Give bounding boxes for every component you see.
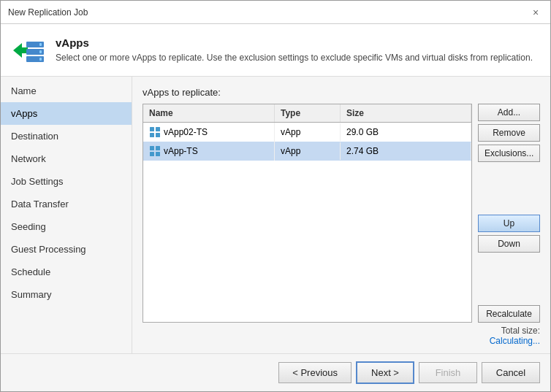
sidebar-item-seeding[interactable]: Seeding <box>1 215 132 238</box>
next-button[interactable]: Next > <box>356 361 414 384</box>
header-title: vApps <box>56 36 533 49</box>
vapp-icon-0 <box>149 126 161 138</box>
button-spacer <box>478 165 540 212</box>
sidebar-item-guest-processing[interactable]: Guest Processing <box>1 238 132 261</box>
col-header-size: Size <box>341 104 471 122</box>
down-button[interactable]: Down <box>478 235 540 253</box>
row1-name: vApp-TS <box>143 142 275 161</box>
svg-rect-8 <box>156 127 160 131</box>
sidebar: Name vApps Destination Network Job Setti… <box>1 77 132 353</box>
row0-type: vApp <box>275 123 341 141</box>
header-subtitle: Select one or more vApps to replicate. U… <box>56 52 533 64</box>
sidebar-item-schedule[interactable]: Schedule <box>1 261 132 283</box>
col-header-name: Name <box>143 104 275 122</box>
up-button[interactable]: Up <box>478 215 540 232</box>
header-text: vApps Select one or more vApps to replic… <box>56 36 533 64</box>
svg-rect-11 <box>150 146 154 150</box>
row1-type: vApp <box>275 142 341 160</box>
footer: < Previous Next > Finish Cancel <box>1 353 550 391</box>
svg-rect-14 <box>156 152 160 156</box>
exclusions-button[interactable]: Exclusions... <box>478 145 540 162</box>
svg-rect-12 <box>156 146 160 150</box>
svg-rect-10 <box>156 133 160 137</box>
button-spacer-2 <box>478 255 540 302</box>
table-row[interactable]: vApp-TS vApp 2.74 GB <box>143 142 471 161</box>
remove-button[interactable]: Remove <box>478 124 540 142</box>
sidebar-item-summary[interactable]: Summary <box>1 283 132 306</box>
total-size-value: Calculating... <box>490 336 540 346</box>
svg-marker-0 <box>13 43 28 58</box>
col-header-type: Type <box>275 104 341 122</box>
dialog: New Replication Job × vApps Select one o… <box>0 0 551 392</box>
svg-rect-9 <box>150 133 154 137</box>
title-bar: New Replication Job × <box>1 1 550 24</box>
main-panel: vApps to replicate: Name Type Size <box>132 77 550 353</box>
total-size-area: Total size: Calculating... <box>142 323 540 346</box>
svg-rect-5 <box>39 50 42 53</box>
svg-rect-13 <box>150 152 154 156</box>
sidebar-item-network[interactable]: Network <box>1 147 132 170</box>
svg-rect-4 <box>39 43 42 46</box>
cancel-button[interactable]: Cancel <box>482 362 540 383</box>
svg-rect-6 <box>39 58 42 61</box>
previous-button[interactable]: < Previous <box>278 362 352 383</box>
svg-rect-7 <box>150 127 154 131</box>
vapps-icon <box>12 33 47 68</box>
row1-size: 2.74 GB <box>341 142 471 160</box>
content-area: Name vApps Destination Network Job Setti… <box>1 77 550 353</box>
vapps-table: Name Type Size <box>142 104 472 323</box>
sidebar-item-name[interactable]: Name <box>1 80 132 102</box>
table-row[interactable]: vApp02-TS vApp 29.0 GB <box>143 123 471 142</box>
close-button[interactable]: × <box>528 5 543 20</box>
sidebar-item-data-transfer[interactable]: Data Transfer <box>1 193 132 215</box>
row0-size: 29.0 GB <box>341 123 471 141</box>
table-body: vApp02-TS vApp 29.0 GB <box>143 123 471 322</box>
panel-title: vApps to replicate: <box>142 87 540 98</box>
sidebar-item-job-settings[interactable]: Job Settings <box>1 170 132 193</box>
dialog-title: New Replication Job <box>8 7 88 18</box>
table-header: Name Type Size <box>143 104 471 123</box>
sidebar-item-destination[interactable]: Destination <box>1 125 132 147</box>
total-size-label: Total size: <box>501 326 540 336</box>
recalculate-button[interactable]: Recalculate <box>478 305 540 323</box>
vapp-icon-1 <box>149 145 161 157</box>
row0-name: vApp02-TS <box>143 123 275 142</box>
add-button[interactable]: Add... <box>478 104 540 121</box>
table-area: Name Type Size <box>142 104 540 323</box>
header-icon <box>12 33 47 68</box>
sidebar-item-vapps[interactable]: vApps <box>1 102 132 125</box>
finish-button[interactable]: Finish <box>419 362 477 383</box>
header-section: vApps Select one or more vApps to replic… <box>1 24 550 77</box>
action-buttons: Add... Remove Exclusions... Up Down Reca… <box>478 104 540 323</box>
